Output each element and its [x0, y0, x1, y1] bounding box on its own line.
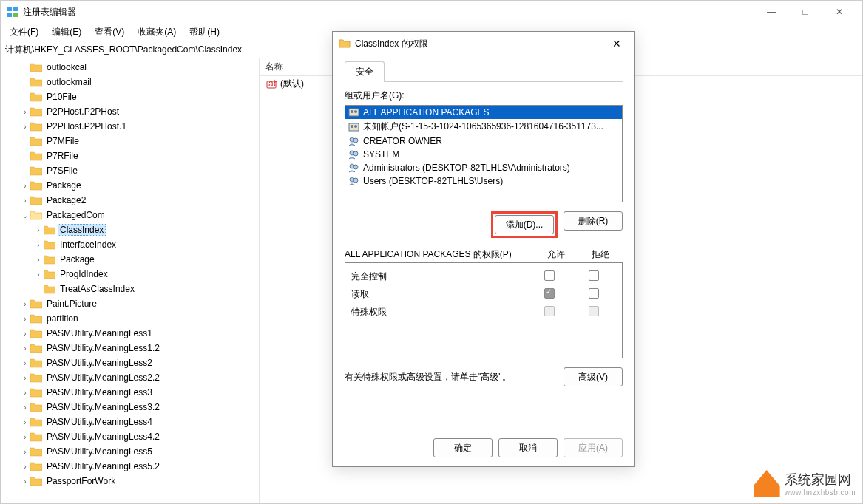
- tree-item[interactable]: ›Package2: [1, 193, 259, 208]
- user-list-item[interactable]: Administrators (DESKTOP-82TLHLS\Administ…: [345, 161, 622, 174]
- chevron-icon[interactable]: ›: [20, 123, 30, 131]
- tree-item[interactable]: ›P2PHost.P2PHost: [1, 104, 259, 119]
- tree-item[interactable]: ›PASMUtility.MeaningLess2: [1, 355, 259, 370]
- dialog-title: ClassIndex 的权限: [355, 38, 428, 50]
- tree-item[interactable]: ›PASMUtility.MeaningLess1.2: [1, 341, 259, 355]
- checkbox[interactable]: [589, 288, 599, 299]
- permissions-box: 完全控制读取特殊权限: [345, 262, 623, 358]
- minimize-button[interactable]: —: [754, 1, 788, 23]
- menu-file[interactable]: 文件(F): [4, 24, 44, 40]
- checkbox[interactable]: [544, 288, 555, 299]
- tree-item[interactable]: ›PASMUtility.MeaningLess1: [1, 326, 259, 341]
- user-list-item[interactable]: Users (DESKTOP-82TLHLS\Users): [345, 174, 622, 188]
- checkbox[interactable]: [589, 270, 599, 281]
- dialog-close-button[interactable]: ✕: [605, 32, 629, 55]
- chevron-icon[interactable]: ›: [20, 315, 30, 323]
- menu-favorites[interactable]: 收藏夹(A): [132, 24, 182, 40]
- close-button[interactable]: ✕: [822, 1, 856, 23]
- tree-panel[interactable]: outlookcaloutlookmailP10File›P2PHost.P2P…: [1, 58, 260, 503]
- user-label: ALL APPLICATION PACKAGES: [363, 107, 490, 118]
- users-listbox[interactable]: ALL APPLICATION PACKAGES未知帐户(S-1-15-3-10…: [345, 105, 623, 202]
- tree-item[interactable]: P7RFile: [1, 149, 259, 163]
- tree-item[interactable]: ›partition: [1, 311, 259, 326]
- tree-item-label: ProgIdIndex: [58, 268, 110, 280]
- tree-item[interactable]: ›ProgIdIndex: [1, 267, 259, 282]
- chevron-icon[interactable]: ›: [20, 344, 30, 353]
- chevron-icon[interactable]: ›: [20, 448, 30, 456]
- tree-item[interactable]: TreatAsClassIndex: [1, 282, 259, 296]
- chevron-icon[interactable]: ›: [20, 463, 30, 471]
- chevron-icon[interactable]: ›: [20, 300, 30, 308]
- menu-view[interactable]: 查看(V): [89, 24, 130, 40]
- chevron-icon[interactable]: ⌄: [20, 211, 30, 219]
- tree-item[interactable]: ›Package: [1, 178, 259, 193]
- maximize-button[interactable]: □: [788, 1, 822, 23]
- chevron-icon[interactable]: ›: [20, 374, 30, 382]
- chevron-icon[interactable]: ›: [20, 182, 30, 190]
- tab-security[interactable]: 安全: [345, 61, 385, 82]
- advanced-hint: 有关特殊权限或高级设置，请单击"高级"。: [345, 371, 564, 384]
- user-list-item[interactable]: CREATOR OWNER: [345, 134, 622, 148]
- tree-item[interactable]: outlookmail: [1, 75, 259, 89]
- tree-item[interactable]: ›PASMUtility.MeaningLess4: [1, 415, 259, 429]
- svg-point-10: [351, 125, 353, 128]
- permission-name: 完全控制: [351, 270, 527, 283]
- tree-item[interactable]: ›PassportForWork: [1, 474, 259, 488]
- tree-item[interactable]: ›PASMUtility.MeaningLess3.2: [1, 400, 259, 415]
- tree-item-label: PASMUtility.MeaningLess3.2: [44, 401, 162, 413]
- chevron-icon[interactable]: ›: [20, 418, 30, 426]
- string-value-icon: ab: [265, 78, 277, 90]
- chevron-icon[interactable]: ›: [20, 108, 30, 116]
- user-list-item[interactable]: 未知帐户(S-1-15-3-1024-1065365936-1281604716…: [345, 119, 622, 134]
- ok-button[interactable]: 确定: [433, 438, 493, 457]
- chevron-icon[interactable]: ›: [20, 197, 30, 205]
- tree-item[interactable]: P10File: [1, 89, 259, 104]
- apply-button[interactable]: 应用(A): [564, 438, 623, 457]
- tree-item-label: Package: [44, 180, 84, 191]
- chevron-icon[interactable]: ›: [33, 226, 44, 234]
- user-label: Users (DESKTOP-82TLHLS\Users): [363, 176, 503, 186]
- permission-row: 特殊权限: [351, 303, 616, 321]
- svg-rect-2: [7, 13, 12, 17]
- remove-button[interactable]: 删除(R): [564, 211, 623, 231]
- chevron-icon[interactable]: ›: [20, 433, 30, 441]
- tree-item[interactable]: P7MFile: [1, 134, 259, 149]
- chevron-icon[interactable]: ›: [33, 241, 44, 249]
- chevron-icon[interactable]: ›: [20, 389, 30, 397]
- cancel-button[interactable]: 取消: [498, 438, 558, 457]
- tree-item[interactable]: ›PASMUtility.MeaningLess3: [1, 385, 259, 400]
- tree-item[interactable]: ›P2PHost.P2PHost.1: [1, 119, 259, 134]
- menu-edit[interactable]: 编辑(E): [46, 24, 87, 40]
- user-label: Administrators (DESKTOP-82TLHLS\Administ…: [363, 163, 570, 173]
- svg-point-15: [353, 151, 358, 156]
- chevron-icon[interactable]: ›: [33, 270, 44, 279]
- advanced-button[interactable]: 高级(V): [564, 367, 623, 386]
- checkbox[interactable]: [544, 270, 555, 281]
- tree-item[interactable]: ›InterfaceIndex: [1, 237, 259, 252]
- tree-item[interactable]: ›PASMUtility.MeaningLess2.2: [1, 370, 259, 385]
- chevron-icon[interactable]: ›: [20, 477, 30, 486]
- tree-item[interactable]: ›ClassIndex: [1, 222, 259, 237]
- tree-item[interactable]: ›Package: [1, 252, 259, 267]
- tree-item[interactable]: ›PASMUtility.MeaningLess5: [1, 444, 259, 459]
- user-label: SYSTEM: [363, 149, 399, 160]
- chevron-icon[interactable]: ›: [20, 330, 30, 338]
- tree-item[interactable]: ⌄PackagedCom: [1, 208, 259, 222]
- user-list-item[interactable]: SYSTEM: [345, 148, 622, 161]
- tree-item[interactable]: P7SFile: [1, 163, 259, 178]
- chevron-icon[interactable]: ›: [20, 403, 30, 412]
- chevron-icon[interactable]: ›: [33, 256, 44, 264]
- tree-item-label: PASMUtility.MeaningLess3: [44, 386, 155, 398]
- svg-point-8: [354, 110, 357, 113]
- add-button-highlight: 添加(D)...: [491, 211, 558, 238]
- tree-item-label: PASMUtility.MeaningLess4: [44, 416, 155, 428]
- chevron-icon[interactable]: ›: [20, 359, 30, 367]
- user-list-item[interactable]: ALL APPLICATION PACKAGES: [345, 106, 622, 119]
- add-button[interactable]: 添加(D)...: [495, 215, 554, 234]
- tree-item[interactable]: ›PASMUtility.MeaningLess4.2: [1, 429, 259, 444]
- menu-help[interactable]: 帮助(H): [183, 24, 226, 40]
- tree-item-label: TreatAsClassIndex: [58, 283, 137, 295]
- tree-item[interactable]: ›Paint.Picture: [1, 296, 259, 311]
- tree-item[interactable]: outlookcal: [1, 60, 259, 75]
- tree-item[interactable]: ›PASMUtility.MeaningLess5.2: [1, 459, 259, 474]
